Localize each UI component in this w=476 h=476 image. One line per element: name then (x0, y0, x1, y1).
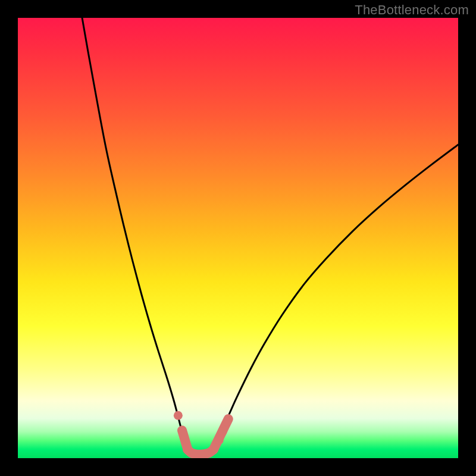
coral-dot-right-2 (218, 427, 227, 436)
watermark-text: TheBottleneck.com (355, 2, 469, 18)
left-branch-curve (82, 18, 187, 449)
right-branch-curve (214, 145, 458, 449)
coral-dot-right-3 (223, 418, 231, 427)
plot-area (18, 18, 458, 458)
coral-dot-left (174, 411, 183, 420)
coral-dot-right-1 (215, 436, 224, 444)
curve-group (82, 18, 458, 455)
curve-layer (18, 18, 458, 458)
chart-frame: TheBottleneck.com (0, 0, 476, 476)
coral-left-rise (182, 430, 188, 450)
